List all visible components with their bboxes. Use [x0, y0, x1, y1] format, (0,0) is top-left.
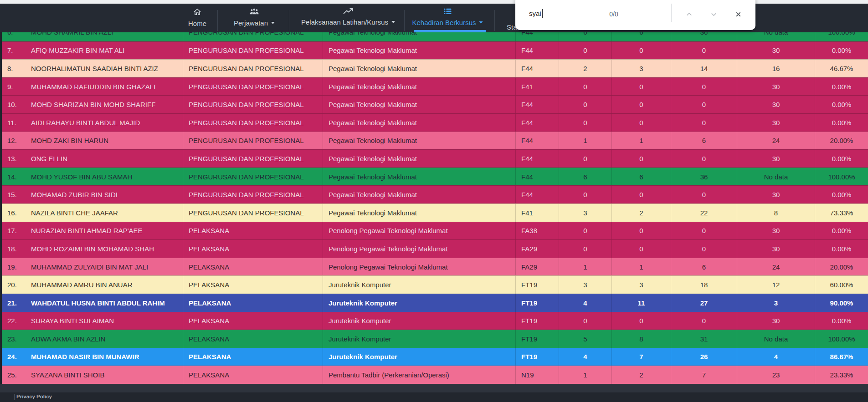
grade: F44 — [516, 168, 559, 186]
nav-item-home[interactable]: Home — [188, 8, 206, 27]
value-col-2: 0 — [612, 96, 671, 113]
privacy-policy-link[interactable]: Privacy Policy — [16, 394, 52, 399]
grade: F44 — [516, 60, 559, 77]
value-col-2: 0 — [612, 150, 671, 168]
employee-name: MOHD ZAKI BIN HARUN — [26, 132, 183, 150]
value-col-1: 0 — [559, 150, 612, 168]
value-col-5: 23.33% — [815, 366, 868, 384]
table-row[interactable]: 23.ADWA AKMA BIN AZLINPELAKSANAJurutekni… — [2, 330, 868, 348]
table-row[interactable]: 10.MOHD SHARIZAN BIN MOHD SHARIFFPENGURU… — [2, 95, 868, 113]
value-col-1: 0 — [559, 186, 612, 204]
value-col-4: 23 — [737, 366, 815, 384]
find-close-button[interactable] — [730, 7, 746, 23]
service-category: PELAKSANA — [183, 312, 323, 330]
table-row[interactable]: 9.MUHAMMAD RAFIUDDIN BIN GHAZALIPENGURUS… — [2, 77, 868, 96]
value-col-5: 100.00% — [815, 168, 868, 186]
employee-name: ONG EI LIN — [26, 150, 183, 168]
value-col-1: 1 — [559, 132, 612, 150]
row-number: 17. — [2, 222, 26, 240]
value-col-1: 1 — [559, 258, 612, 276]
service-category: PELAKSANA — [183, 276, 323, 294]
position-title: Pegawai Teknologi Maklumat — [323, 42, 516, 60]
table-row[interactable]: 11.AIDI RAHAYU BINTI ABDUL MAJIDPENGURUS… — [2, 113, 868, 132]
employee-name: WAHDATUL HUSNA BINTI ABDUL RAHIM — [26, 294, 183, 312]
row-number: 12. — [2, 132, 26, 150]
value-col-2: 0 — [612, 78, 671, 96]
service-category: PENGURUSAN DAN PROFESIONAL — [183, 168, 323, 186]
grade: FT19 — [516, 348, 559, 366]
find-next-button[interactable] — [706, 7, 721, 23]
service-category: PELAKSANA — [183, 258, 323, 276]
employee-name: NURAZIAN BINTI AHMAD RAP'AEE — [26, 222, 183, 240]
content-bottom-strip — [0, 384, 868, 392]
value-col-3: 14 — [671, 60, 737, 77]
nav-separator — [289, 10, 289, 31]
value-col-3: 0 — [671, 96, 737, 113]
grade: FA38 — [516, 222, 559, 240]
value-col-1: 3 — [559, 276, 612, 294]
position-title: Juruteknik Komputer — [323, 312, 516, 330]
table-row[interactable]: 15.MOHAMAD ZUBIR BIN SIDIPENGURUSAN DAN … — [2, 185, 868, 204]
table-row[interactable]: 25.SYAZANA BINTI SHOIBPELAKSANAPembantu … — [2, 366, 868, 384]
caret-down-icon — [271, 22, 275, 24]
value-col-5: 0.00% — [815, 114, 868, 132]
table-row[interactable]: 14.MOHD YUSOF BIN ABU SAMAHPENGURUSAN DA… — [2, 168, 868, 186]
find-input[interactable]: syai — [529, 9, 543, 18]
table-row[interactable]: 13.ONG EI LINPENGURUSAN DAN PROFESIONALP… — [2, 149, 868, 168]
value-col-3: 26 — [671, 348, 737, 366]
nav-item-pelaksanaan-latihan[interactable]: Pelaksanaan Latihan/Kursus — [301, 8, 395, 26]
table-row[interactable]: 21.WAHDATUL HUSNA BINTI ABDUL RAHIMPELAK… — [2, 294, 868, 312]
grade: FT19 — [516, 276, 559, 294]
value-col-1: 0 — [559, 96, 612, 113]
position-title: Pembantu Tadbir (Perkeranian/Operasi) — [323, 366, 516, 384]
table-row[interactable]: 8.NOORHALIMATUN SAADIAH BINTI AZIZPENGUR… — [2, 59, 868, 77]
table-row[interactable]: 20.MUHAMMAD AMRU BIN ANUARPELAKSANAJurut… — [2, 275, 868, 294]
employee-name: AFIQ MUZZAKIR BIN MAT ALI — [26, 42, 183, 60]
find-previous-button[interactable] — [681, 7, 697, 23]
nav-separator — [494, 10, 495, 31]
employee-name: ADWA AKMA BIN AZLIN — [26, 330, 183, 348]
service-category: PENGURUSAN DAN PROFESIONAL — [183, 204, 323, 222]
position-title: Juruteknik Komputer — [323, 294, 516, 312]
table-row[interactable]: 7.AFIQ MUZZAKIR BIN MAT ALIPENGURUSAN DA… — [2, 41, 868, 60]
employee-name: NOORHALIMATUN SAADIAH BINTI AZIZ — [26, 60, 183, 77]
position-title: Pegawai Teknologi Maklumat — [323, 114, 516, 132]
table-row[interactable]: 17.NURAZIAN BINTI AHMAD RAP'AEEPELAKSANA… — [2, 222, 868, 240]
grade: F44 — [516, 42, 559, 60]
value-col-3: 0 — [671, 222, 737, 240]
value-col-2: 0 — [612, 186, 671, 204]
table-row[interactable]: 24.MUHAMAD NASIR BIN MUNAWIRPELAKSANAJur… — [2, 348, 868, 366]
service-category: PELAKSANA — [183, 294, 323, 312]
table-row[interactable]: 18.MOHD ROZAIMI BIN MOHAMAD SHAHPELAKSAN… — [2, 239, 868, 258]
value-col-3: 0 — [671, 114, 737, 132]
table-row[interactable]: 19.MUHAMMAD ZULYAIDI BIN MAT JALIPELAKSA… — [2, 258, 868, 276]
row-number: 15. — [2, 186, 26, 204]
table-row[interactable]: 22.SURAYA BINTI SULAIMANPELAKSANAJurutek… — [2, 312, 868, 330]
table-row[interactable]: 12.MOHD ZAKI BIN HARUNPENGURUSAN DAN PRO… — [2, 132, 868, 150]
nav-label: Perjawatan — [234, 19, 268, 27]
service-category: PENGURUSAN DAN PROFESIONAL — [183, 78, 323, 96]
position-title: Penolong Pegawai Teknologi Maklumat — [323, 240, 516, 258]
value-col-4: 4 — [737, 348, 815, 366]
home-icon — [193, 8, 202, 17]
service-category: PENGURUSAN DAN PROFESIONAL — [183, 150, 323, 168]
caret-down-icon — [391, 21, 395, 23]
nav-item-kehadiran-berkursus[interactable]: Kehadiran Berkursus — [412, 8, 483, 26]
service-category: PENGURUSAN DAN PROFESIONAL — [183, 96, 323, 113]
nav-item-perjawatan[interactable]: Perjawatan — [234, 8, 275, 27]
employee-name: MOHAMAD ZUBIR BIN SIDI — [26, 186, 183, 204]
value-col-3: 36 — [671, 168, 737, 186]
value-col-5: 0.00% — [815, 150, 868, 168]
service-category: PENGURUSAN DAN PROFESIONAL — [183, 60, 323, 77]
value-col-2: 0 — [612, 222, 671, 240]
table-row[interactable]: 16.NAZILA BINTI CHE JAAFARPENGURUSAN DAN… — [2, 204, 868, 222]
value-col-3: 27 — [671, 294, 737, 312]
service-category: PELAKSANA — [183, 348, 323, 366]
value-col-1: 1 — [559, 366, 612, 384]
value-col-4: 30 — [737, 312, 815, 330]
active-tab-underline — [414, 30, 486, 32]
value-col-3: 0 — [671, 78, 737, 96]
value-col-2: 2 — [612, 204, 671, 222]
value-col-4: 30 — [737, 150, 815, 168]
users-icon — [249, 8, 259, 17]
